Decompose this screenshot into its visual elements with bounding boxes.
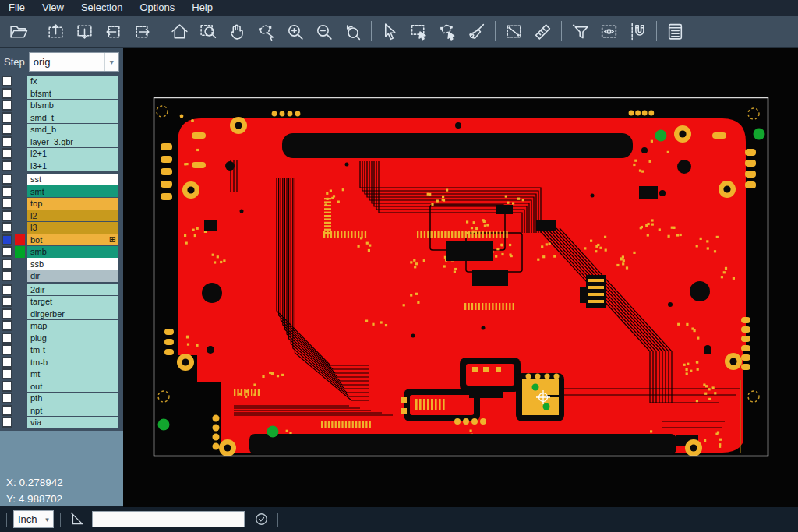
layer-color-swatch[interactable]: [15, 76, 25, 87]
layer-visibility-checkbox[interactable]: [2, 234, 12, 245]
layer-visibility-checkbox[interactable]: [2, 368, 12, 379]
menu-file[interactable]: File: [0, 1, 34, 16]
layer-row-ssb[interactable]: ssb: [0, 259, 123, 270]
layer-color-swatch[interactable]: [15, 246, 25, 258]
pcb-canvas[interactable]: [123, 48, 798, 506]
layer-visibility-checkbox[interactable]: [2, 284, 12, 295]
layer-visibility-checkbox[interactable]: [2, 186, 12, 197]
layer-row-tm-t[interactable]: tm-t: [0, 344, 123, 356]
layer-visibility-checkbox[interactable]: [2, 124, 12, 135]
layer-visibility-checkbox[interactable]: [2, 160, 12, 171]
layer-row-l2-1[interactable]: l2+1: [0, 148, 123, 160]
grid-attributes-icon[interactable]: ⊞: [109, 234, 116, 245]
layer-color-swatch[interactable]: [15, 393, 25, 404]
toolbar-measure-ruler-button[interactable]: [528, 19, 557, 44]
layer-row-l3-1[interactable]: l3+1: [0, 160, 123, 172]
layer-row-smt[interactable]: smt: [0, 186, 123, 198]
layer-visibility-checkbox[interactable]: [2, 222, 12, 233]
layer-visibility-checkbox[interactable]: [2, 393, 12, 403]
toolbar-filter-button[interactable]: [566, 19, 595, 44]
layer-color-swatch[interactable]: [15, 222, 25, 234]
layer-visibility-checkbox[interactable]: [2, 100, 12, 111]
layer-color-swatch[interactable]: [15, 100, 25, 111]
toolbar-zoom-polygon-button[interactable]: [252, 19, 281, 44]
layer-color-swatch[interactable]: [15, 136, 25, 147]
layer-visibility-checkbox[interactable]: [2, 210, 12, 221]
layer-row-pth[interactable]: pth: [0, 393, 123, 404]
toolbar-highlight-eye-button[interactable]: [595, 19, 623, 44]
layer-row-top[interactable]: top: [0, 198, 123, 210]
layer-visibility-checkbox[interactable]: [2, 246, 12, 257]
layer-color-swatch[interactable]: [15, 284, 25, 295]
layer-row-via[interactable]: via: [0, 417, 123, 428]
layer-visibility-checkbox[interactable]: [2, 381, 12, 392]
layer-color-swatch[interactable]: [15, 258, 25, 270]
layer-row-tm-b[interactable]: tm-b: [0, 357, 123, 368]
layer-color-swatch[interactable]: [15, 344, 25, 356]
layer-row-l2[interactable]: l2: [0, 210, 123, 222]
layer-visibility-checkbox[interactable]: [2, 112, 12, 123]
menu-help[interactable]: Help: [183, 1, 221, 16]
layer-row-dir[interactable]: dir: [0, 270, 123, 282]
layer-row-layer-3-gbr[interactable]: layer_3.gbr: [0, 136, 123, 148]
toolbar-report-list-button[interactable]: [661, 19, 690, 44]
layer-color-swatch[interactable]: [15, 308, 25, 319]
layer-visibility-checkbox[interactable]: [2, 174, 12, 185]
toolbar-snap-magnet-button[interactable]: [623, 19, 652, 44]
layer-row-sst[interactable]: sst: [0, 174, 123, 185]
layer-visibility-checkbox[interactable]: [2, 76, 12, 86]
command-input[interactable]: [92, 511, 245, 527]
layer-row-smd-t[interactable]: smd_t: [0, 112, 123, 124]
layer-color-swatch[interactable]: [15, 417, 25, 428]
layer-color-swatch[interactable]: [15, 368, 25, 380]
angle-triangle-icon[interactable]: [67, 509, 87, 530]
layer-row-smd-b[interactable]: smd_b: [0, 124, 123, 136]
toolbar-home-button[interactable]: [165, 19, 194, 44]
layer-color-swatch[interactable]: [15, 185, 25, 197]
toolbar-zoom-previous-button[interactable]: [338, 19, 367, 44]
toolbar-pan-hand-button[interactable]: [223, 19, 252, 44]
layer-color-swatch[interactable]: [15, 160, 25, 171]
menu-view[interactable]: View: [34, 1, 72, 16]
layer-color-swatch[interactable]: [15, 380, 25, 392]
layer-color-swatch[interactable]: [15, 87, 25, 99]
toolbar-select-polygon-button[interactable]: [433, 19, 462, 44]
layer-row-npt[interactable]: npt: [0, 405, 123, 417]
layer-row-l3[interactable]: l3: [0, 222, 123, 234]
layer-visibility-checkbox[interactable]: [2, 270, 12, 281]
menu-options[interactable]: Options: [131, 1, 183, 16]
layer-row-2dir-[interactable]: 2dir--: [0, 284, 123, 296]
layer-row-dirgerber[interactable]: dirgerber: [0, 308, 123, 320]
layer-row-bfsmt[interactable]: bfsmt: [0, 88, 123, 100]
layer-color-swatch[interactable]: [15, 296, 25, 308]
layer-color-swatch[interactable]: [15, 198, 25, 210]
layer-visibility-checkbox[interactable]: [2, 136, 12, 147]
toolbar-zoom-in-button[interactable]: [281, 19, 309, 44]
layer-row-out[interactable]: out: [0, 381, 123, 393]
layer-color-swatch[interactable]: [15, 111, 25, 123]
toolbar-zoom-window-button[interactable]: [194, 19, 223, 44]
layer-row-mt[interactable]: mt: [0, 368, 123, 380]
layer-visibility-checkbox[interactable]: [2, 88, 12, 99]
layer-color-swatch[interactable]: [15, 148, 25, 160]
layer-visibility-checkbox[interactable]: [2, 259, 12, 270]
layer-visibility-checkbox[interactable]: [2, 405, 12, 416]
layer-visibility-checkbox[interactable]: [2, 320, 12, 331]
toolbar-zoom-out-button[interactable]: [309, 19, 338, 44]
layer-color-swatch[interactable]: [15, 234, 25, 245]
apply-refresh-icon[interactable]: [251, 509, 271, 530]
toolbar-open-folder-button[interactable]: [4, 19, 33, 44]
layer-visibility-checkbox[interactable]: [2, 148, 12, 159]
toolbar-pan-up-button[interactable]: [41, 19, 70, 44]
toolbar-select-rectangle-button[interactable]: [404, 19, 433, 44]
layer-color-swatch[interactable]: [15, 174, 25, 185]
layer-row-bot[interactable]: bot⊞: [0, 234, 123, 246]
menu-selection[interactable]: Selection: [72, 1, 131, 16]
units-select[interactable]: Inch ▾: [13, 510, 54, 528]
layer-row-map[interactable]: map: [0, 320, 123, 332]
toolbar-pan-left-button[interactable]: [99, 19, 128, 44]
step-select[interactable]: orig ▾: [29, 52, 119, 72]
layer-visibility-checkbox[interactable]: [2, 417, 12, 428]
layer-color-swatch[interactable]: [15, 124, 25, 136]
toolbar-select-pointer-button[interactable]: [376, 19, 404, 44]
